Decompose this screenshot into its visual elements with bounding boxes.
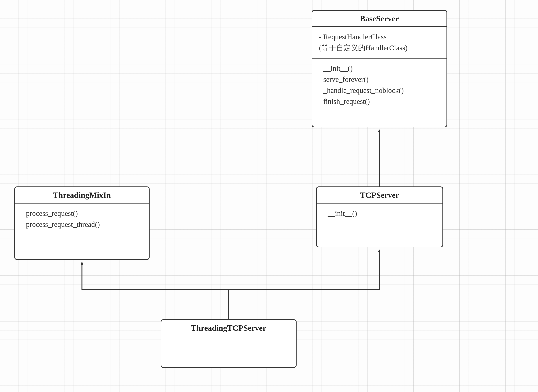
class-title: ThreadingTCPServer [161, 320, 296, 336]
attribute-line: - __init__() [323, 208, 436, 219]
attribute-line: - RequestHandlerClass [319, 31, 440, 42]
class-title: BaseServer [312, 11, 447, 27]
class-base-server: BaseServer - RequestHandlerClass (等于自定义的… [312, 10, 447, 127]
attributes-section: - process_request() - process_request_th… [15, 204, 149, 259]
method-line: - __init__() [319, 63, 440, 74]
class-title: ThreadingMixIn [15, 187, 149, 204]
methods-section: - __init__() - serve_forever() - _handle… [312, 58, 447, 111]
class-title: TCPServer [317, 187, 443, 204]
attributes-section: - RequestHandlerClass (等于自定义的HandlerClas… [312, 27, 447, 58]
attribute-line: - process_request() [22, 208, 142, 219]
attribute-line: - process_request_thread() [22, 219, 142, 230]
class-threading-mixin: ThreadingMixIn - process_request() - pro… [14, 187, 150, 260]
method-line: - serve_forever() [319, 74, 440, 85]
attributes-section: - __init__() [317, 204, 443, 247]
method-line: - _handle_request_noblock() [319, 85, 440, 96]
class-tcp-server: TCPServer - __init__() [316, 187, 443, 247]
body-section [161, 336, 296, 367]
class-threading-tcp-server: ThreadingTCPServer [161, 319, 297, 368]
diagram-canvas: BaseServer - RequestHandlerClass (等于自定义的… [0, 0, 538, 392]
attribute-line: (等于自定义的HandlerClass) [319, 42, 440, 53]
method-line: - finish_request() [319, 96, 440, 107]
